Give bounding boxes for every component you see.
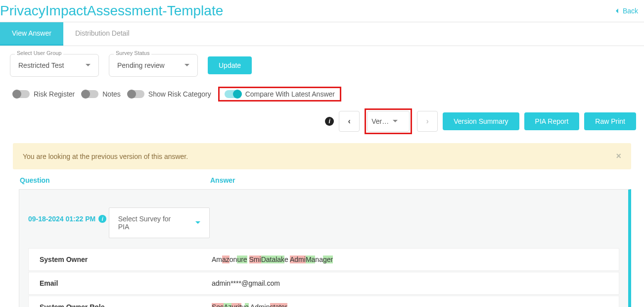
row-answer: admin****@gmail.com [212, 279, 280, 287]
alert-message: You are looking at the previous version … [23, 153, 188, 160]
diff-removed: Smi [249, 256, 261, 263]
tab-distribution-detail[interactable]: Distribution Detail [63, 22, 141, 46]
show-risk-category-toggle[interactable] [128, 90, 144, 98]
diff-added: Datalak [261, 256, 284, 263]
data-row: Emailadmin****@gmail.com [28, 272, 619, 295]
user-group-value: Restricted Test [18, 61, 64, 69]
raw-print-button[interactable]: Raw Print [584, 112, 636, 130]
chevron-down-icon [184, 64, 189, 69]
diff-added: ger [323, 256, 333, 263]
pia-report-button[interactable]: PIA Report [524, 112, 580, 130]
risk-register-toggle[interactable] [13, 90, 30, 98]
survey-status-value: Pending review [117, 61, 165, 69]
back-link[interactable]: Back [614, 7, 638, 15]
user-group-field: Select User Group Restricted Test [10, 54, 99, 77]
alert-close-button[interactable]: × [616, 151, 621, 161]
show-risk-category-label: Show Risk Category [148, 90, 211, 98]
notes-toggle-group: Notes [82, 90, 121, 98]
next-version-button[interactable]: › [417, 111, 438, 132]
diff-unchanged: e [284, 256, 290, 263]
diff-removed: stator [270, 303, 287, 307]
timestamp-text: 09-18-2024 01:22 PM [28, 215, 95, 223]
timestamp-info-icon[interactable]: i [98, 215, 106, 223]
tabs: View Answer Distribution Detail [0, 22, 644, 46]
diff-added: e [245, 303, 249, 307]
compare-latest-toggle[interactable] [225, 90, 241, 98]
diff-unchanged: y [241, 303, 245, 307]
diff-removed: az [222, 256, 230, 263]
user-group-label: Select User Group [15, 50, 63, 56]
compare-latest-label: Compare With Latest Answer [245, 90, 335, 98]
version-select-highlight: Ver… [365, 108, 412, 134]
diff-unchanged: Am [212, 256, 222, 263]
version-summary-button[interactable]: Version Summary [443, 112, 519, 130]
version-select-label: Ver… [371, 117, 389, 125]
tab-view-answer[interactable]: View Answer [0, 22, 63, 46]
compare-highlight: Compare With Latest Answer [218, 87, 341, 102]
notes-label: Notes [102, 90, 121, 98]
diff-unchanged [247, 256, 249, 263]
version-select[interactable]: Ver… [367, 111, 410, 132]
show-risk-category-toggle-group: Show Risk Category [128, 90, 211, 98]
diff-added: ure [237, 256, 247, 263]
data-rows: System OwnerAmazonure SmiDatalake AdmiMa… [28, 248, 619, 307]
diff-unchanged: on [230, 256, 237, 263]
diff-added: Ma [306, 256, 315, 263]
row-question: Email [29, 279, 212, 287]
diff-removed: Admi [290, 256, 306, 263]
answer-timestamp: 09-18-2024 01:22 PM i [28, 215, 106, 223]
user-group-select[interactable]: Restricted Test [10, 54, 99, 77]
notes-toggle[interactable] [82, 90, 98, 98]
chevron-down-icon [393, 120, 398, 125]
row-question: System Owner Role [29, 303, 212, 307]
back-icon [614, 7, 621, 14]
page-title: PrivacyImpactAssessment-Template [0, 3, 223, 19]
diff-unchanged: Admin [249, 303, 270, 307]
row-answer: Amazonure SmiDatalake AdmiManager [212, 256, 333, 263]
survey-status-select[interactable]: Pending review [109, 54, 198, 77]
survey-select[interactable]: Select Survey for PIA [109, 207, 210, 238]
column-answer: Answer [210, 176, 235, 184]
chevron-down-icon [195, 221, 200, 226]
diff-removed: Sec [212, 303, 224, 307]
risk-register-toggle-group: Risk Register [13, 90, 75, 98]
survey-select-label: Select Survey for PIA [118, 215, 181, 231]
diff-added: Az [224, 303, 231, 307]
prev-version-button[interactable]: ‹ [339, 111, 360, 132]
chevron-down-icon [86, 64, 91, 69]
risk-register-label: Risk Register [34, 90, 75, 98]
previous-version-alert: You are looking at the previous version … [13, 143, 631, 169]
update-button[interactable]: Update [208, 56, 252, 74]
diff-removed: urit [231, 303, 241, 307]
data-row: System OwnerAmazonure SmiDatalake AdmiMa… [28, 248, 619, 271]
row-question: System Owner [29, 256, 212, 263]
survey-status-field: Survey Status Pending review [109, 54, 198, 77]
diff-unchanged: na [315, 256, 323, 263]
right-actions: i ‹ Ver… › Version Summary PIA Report Ra… [325, 108, 636, 134]
answer-panel: 09-18-2024 01:22 PM i Select Survey for … [19, 189, 631, 307]
columns-header: Question Answer [0, 176, 644, 189]
row-answer: SecAzuritye Adminstator [212, 303, 287, 307]
data-row: System Owner RoleSecAzuritye Adminstator [28, 296, 619, 307]
compare-latest-toggle-group: Compare With Latest Answer [225, 90, 335, 98]
info-icon[interactable]: i [325, 117, 334, 126]
survey-status-label: Survey Status [114, 50, 151, 56]
back-link-label: Back [623, 7, 638, 15]
column-question: Question [20, 176, 210, 184]
